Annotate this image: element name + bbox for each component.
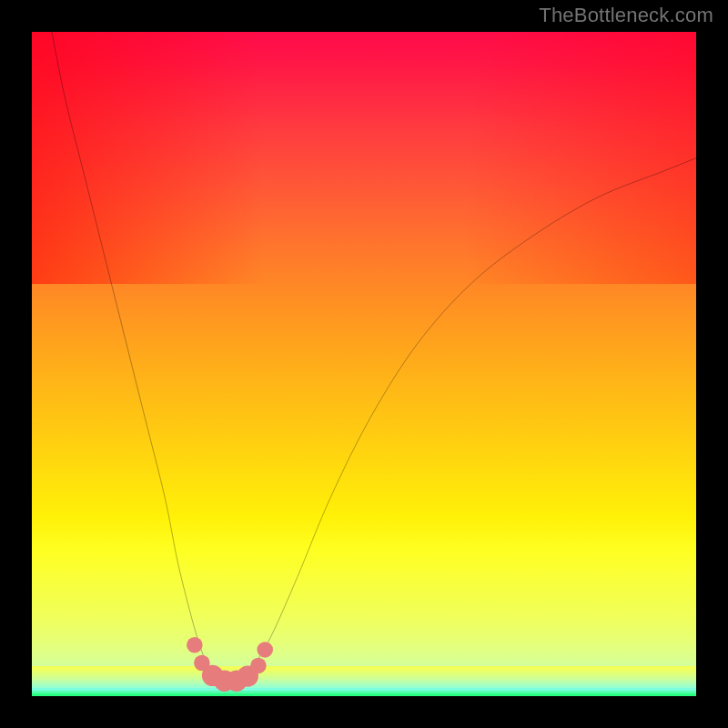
- curve-layer: [32, 32, 696, 696]
- curve-marker: [187, 637, 203, 653]
- curve-marker: [257, 642, 273, 658]
- curve-markers: [187, 637, 273, 692]
- chart-frame: TheBottleneck.com: [0, 0, 728, 728]
- plot-area: [32, 32, 696, 696]
- bottleneck-curve: [52, 32, 696, 682]
- watermark-text: TheBottleneck.com: [539, 4, 713, 27]
- curve-marker: [250, 658, 267, 674]
